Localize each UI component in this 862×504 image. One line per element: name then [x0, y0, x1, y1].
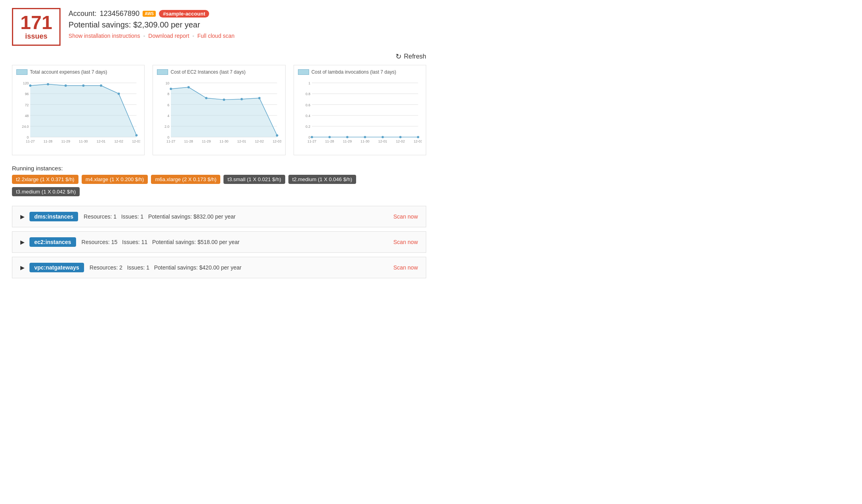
service-name-2: vpc:natgateways — [29, 263, 84, 272]
svg-point-47 — [205, 97, 208, 99]
svg-point-20 — [47, 83, 49, 86]
aws-badge: AWS — [143, 11, 156, 17]
svg-text:96: 96 — [25, 92, 29, 96]
charts-row: Total account expenses (last 7 days)1209… — [12, 65, 426, 155]
svg-text:11-29: 11-29 — [61, 139, 71, 143]
svg-point-71 — [311, 136, 313, 138]
svg-text:12-01: 12-01 — [378, 139, 387, 143]
sample-badge: #sample-account — [159, 10, 209, 18]
svg-point-74 — [364, 136, 366, 138]
service-name-1: ec2:instances — [29, 237, 76, 247]
refresh-button[interactable]: ↻ Refresh — [396, 52, 426, 61]
chart-title-2: Cost of lambda invocations (last 7 days) — [298, 69, 422, 75]
issues-count: 171 — [20, 13, 52, 32]
service-row-2: ▶ vpc:natgateways Resources: 2 Issues: 1… — [12, 257, 426, 278]
svg-text:24.0: 24.0 — [22, 125, 29, 129]
chart-2: Cost of lambda invocations (last 7 days)… — [294, 65, 426, 155]
account-id: 1234567890 — [100, 10, 139, 18]
svg-text:1: 1 — [308, 81, 310, 85]
svg-text:72: 72 — [25, 103, 29, 107]
svg-text:0: 0 — [168, 135, 170, 139]
svg-point-51 — [276, 134, 278, 137]
svg-text:11-30: 11-30 — [79, 139, 88, 143]
svg-text:12-02: 12-02 — [396, 139, 405, 143]
running-label: Running instances: — [12, 165, 63, 172]
svg-text:12-02: 12-02 — [255, 139, 264, 143]
svg-text:4: 4 — [168, 114, 170, 118]
separator-2: - — [192, 33, 196, 39]
chart-title-text-1: Cost of EC2 Instances (last 7 days) — [170, 69, 245, 75]
savings-line: Potential savings: $2,309.00 per year — [69, 20, 235, 29]
svg-text:11-29: 11-29 — [202, 139, 211, 143]
scan-now-button-0[interactable]: Scan now — [394, 213, 418, 220]
svg-text:12-03: 12-03 — [132, 139, 140, 143]
svg-point-49 — [241, 98, 243, 100]
svg-point-19 — [29, 84, 31, 87]
svg-text:11-29: 11-29 — [343, 139, 352, 143]
header: 171 issues Account: 1234567890 AWS #samp… — [12, 8, 426, 46]
link-instructions[interactable]: Show installation instructions — [69, 33, 140, 39]
chart-svg-0: 12096724824.0011-2711-2811-2911-3012-011… — [16, 78, 140, 150]
svg-text:12-01: 12-01 — [237, 139, 247, 143]
refresh-row: ↻ Refresh — [12, 52, 426, 61]
svg-point-25 — [135, 134, 138, 137]
running-instances-row: Running instances: t2.2xlarge (1 X 0.371… — [12, 165, 426, 196]
svg-text:11-27: 11-27 — [307, 139, 316, 143]
svg-text:6: 6 — [168, 103, 170, 107]
refresh-icon: ↻ — [396, 52, 402, 61]
links-line: Show installation instructions - Downloa… — [69, 33, 235, 39]
chart-1: Cost of EC2 Instances (last 7 days)10864… — [153, 65, 285, 155]
svg-text:12-02: 12-02 — [114, 139, 123, 143]
svg-point-77 — [417, 136, 419, 138]
svg-point-24 — [118, 92, 120, 95]
instance-badge-2: m6a.xlarge (2 X 0.173 $/h) — [151, 175, 220, 184]
service-name-0: dms:instances — [29, 212, 78, 221]
svg-text:11-27: 11-27 — [167, 139, 176, 143]
issues-box: 171 issues — [12, 8, 61, 46]
svg-text:11-28: 11-28 — [184, 139, 194, 143]
account-line: Account: 1234567890 AWS #sample-account — [69, 10, 235, 18]
instance-badge-0: t2.2xlarge (1 X 0.371 $/h) — [12, 175, 78, 184]
svg-text:0.4: 0.4 — [306, 114, 310, 118]
svg-text:11-28: 11-28 — [43, 139, 53, 143]
chart-svg-2: 10.80.60.40.2011-2711-2811-2911-3012-011… — [298, 78, 422, 150]
svg-text:11-27: 11-27 — [26, 139, 35, 143]
service-info-1: Resources: 15 Issues: 11 Potential savin… — [82, 239, 394, 245]
svg-text:0.6: 0.6 — [306, 103, 310, 107]
instance-badge-1: m4.xlarge (1 X 0.200 $/h) — [82, 175, 148, 184]
svg-text:0.2: 0.2 — [306, 125, 310, 129]
instance-badges: t2.2xlarge (1 X 0.371 $/h)m4.xlarge (1 X… — [12, 175, 426, 196]
svg-text:120: 120 — [23, 81, 29, 85]
svg-text:48: 48 — [25, 114, 29, 118]
service-chevron-0[interactable]: ▶ — [20, 213, 25, 220]
svg-point-73 — [346, 136, 349, 138]
chart-0: Total account expenses (last 7 days)1209… — [12, 65, 145, 155]
svg-point-76 — [399, 136, 402, 138]
svg-point-75 — [381, 136, 384, 138]
svg-text:11-28: 11-28 — [325, 139, 334, 143]
svg-text:12-01: 12-01 — [97, 139, 106, 143]
scan-now-button-1[interactable]: Scan now — [394, 239, 418, 245]
service-chevron-1[interactable]: ▶ — [20, 239, 25, 245]
link-scan[interactable]: Full cloud scan — [198, 33, 235, 39]
service-info-0: Resources: 1 Issues: 1 Potential savings… — [84, 213, 393, 220]
svg-point-72 — [328, 136, 331, 138]
separator-1: - — [143, 33, 147, 39]
svg-text:10: 10 — [166, 81, 170, 85]
service-row-1: ▶ ec2:instances Resources: 15 Issues: 11… — [12, 231, 426, 253]
service-info-2: Resources: 2 Issues: 1 Potential savings… — [90, 264, 394, 271]
issues-label: issues — [20, 32, 52, 41]
services-list: ▶ dms:instances Resources: 1 Issues: 1 P… — [12, 206, 426, 278]
scan-now-button-2[interactable]: Scan now — [394, 264, 418, 271]
chart-title-text-0: Total account expenses (last 7 days) — [30, 69, 107, 75]
instance-badge-4: t2.medium (1 X 0.046 $/h) — [288, 175, 356, 184]
svg-text:12-03: 12-03 — [413, 139, 422, 143]
svg-text:11-30: 11-30 — [219, 139, 229, 143]
chart-legend-box-2 — [298, 69, 309, 75]
chart-title-text-2: Cost of lambda invocations (last 7 days) — [311, 69, 396, 75]
service-chevron-2[interactable]: ▶ — [20, 264, 25, 271]
svg-text:0.8: 0.8 — [306, 92, 310, 96]
link-report[interactable]: Download report — [148, 33, 189, 39]
svg-point-50 — [259, 97, 261, 99]
svg-text:12-03: 12-03 — [273, 139, 281, 143]
